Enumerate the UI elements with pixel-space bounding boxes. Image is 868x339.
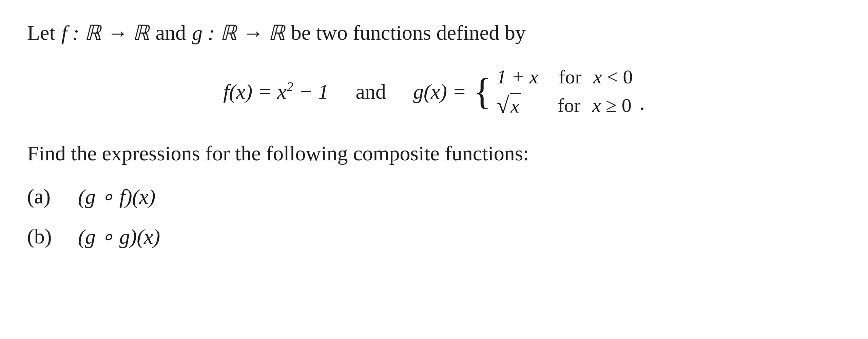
page-content: Let f : ℝ → ℝ and g : ℝ → ℝ be two funct… [0, 0, 868, 284]
case1-expr: 1 + x [497, 65, 538, 88]
part-b-label: (b) [27, 224, 58, 248]
cases: 1 + x for x < 0 √x for x ≥ 0 [497, 65, 633, 118]
sqrt-content: x [510, 93, 521, 117]
intro-f-def: f : ℝ → ℝ [61, 20, 150, 45]
intro-let: Let [27, 21, 55, 45]
case2-expr: √x [497, 93, 537, 118]
brace-container: { 1 + x for x < 0 √x for x ≥ 0 [473, 65, 633, 118]
g-lhs: g(x) = [413, 80, 466, 104]
sqrt-symbol: √ [497, 94, 509, 117]
intro-rest: be two functions defined by [291, 21, 526, 45]
case2-cond: for x ≥ 0 [558, 94, 632, 117]
f-lhs: f(x) = x2 − 1 [223, 80, 328, 103]
find-line: Find the expressions for the following c… [27, 141, 841, 165]
part-b: (b) (g ∘ g)(x) [27, 224, 841, 249]
intro-and: and [155, 21, 186, 45]
intro-line: Let f : ℝ → ℝ and g : ℝ → ℝ be two funct… [27, 20, 841, 45]
big-brace: { [473, 65, 491, 118]
case-row-1: 1 + x for x < 0 [497, 65, 633, 88]
math-display: f(x) = x2 − 1 and g(x) = { 1 + x for x <… [27, 65, 841, 118]
case1-cond: for x < 0 [559, 65, 633, 88]
part-a: (a) (g ∘ f)(x) [27, 184, 841, 209]
part-b-expr: (g ∘ g)(x) [78, 224, 160, 249]
sqrt-container: √x [497, 93, 521, 117]
case-row-2: √x for x ≥ 0 [497, 93, 633, 118]
part-a-expr: (g ∘ f)(x) [78, 184, 155, 209]
part-a-label: (a) [27, 184, 58, 208]
math-connector: and [355, 80, 386, 104]
f-equation: f(x) = x2 − 1 [223, 80, 328, 104]
g-equation: g(x) = { 1 + x for x < 0 √x for x [413, 65, 645, 118]
intro-g-def: g : ℝ → ℝ [192, 20, 285, 45]
period: . [639, 91, 645, 118]
